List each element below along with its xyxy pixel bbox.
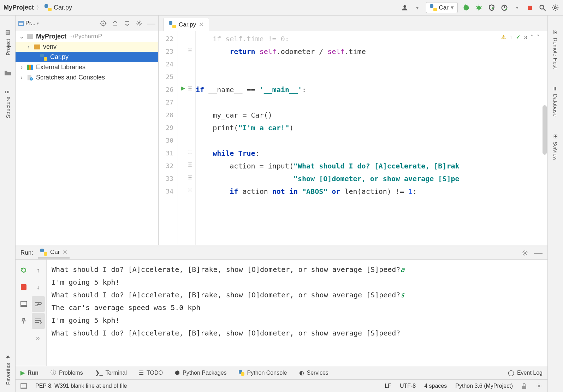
scroll-to-end-icon[interactable] [32, 313, 45, 329]
run-tab-car[interactable]: Car ✕ [38, 247, 70, 259]
run-tab-button[interactable]: ▶Run [20, 369, 38, 376]
concurrency-icon[interactable]: ▾ [513, 4, 521, 12]
rerun-icon[interactable] [17, 262, 30, 278]
structure-tool-button[interactable]: Structure ⠿ [5, 90, 11, 118]
editor-tab-car[interactable]: Car.py ✕ [164, 18, 209, 31]
status-message[interactable]: PEP 8: W391 blank line at end of file [35, 383, 376, 389]
fold-icon[interactable]: — [188, 150, 192, 154]
quickdoc-icon[interactable] [20, 383, 27, 389]
hide-icon[interactable]: — [147, 19, 155, 28]
more-icon[interactable]: » [32, 330, 45, 346]
play-icon: ▶ [20, 369, 25, 376]
svg-line-3 [476, 6, 478, 7]
scrollbar-thumb[interactable] [543, 105, 547, 155]
interpreter[interactable]: Python 3.6 (MyProject) [455, 383, 513, 389]
fold-icon[interactable]: — [188, 48, 192, 52]
project-tool-button[interactable]: Project ▤ [5, 30, 11, 55]
chevron-down-icon[interactable]: ⌄ [19, 32, 24, 40]
svg-point-30 [538, 385, 540, 387]
run-icon[interactable] [462, 4, 470, 12]
user-icon[interactable] [401, 4, 409, 12]
stop-icon[interactable] [17, 279, 30, 295]
navigation-bar: MyProject 〉 Car.py ▾ Car ▾ [0, 0, 563, 16]
run-gutter-icon[interactable]: ▶ [181, 85, 185, 91]
svg-point-23 [524, 252, 526, 254]
lock-icon[interactable] [521, 383, 527, 389]
inspection-widget[interactable]: ⚠1 ✔3 ˄ ˅ [500, 33, 541, 41]
fold-icon[interactable]: — [188, 86, 192, 90]
svg-line-5 [476, 8, 478, 9]
up-icon[interactable]: ↑ [32, 262, 45, 278]
locate-icon[interactable] [99, 19, 107, 28]
tree-venv[interactable]: › venv [16, 42, 158, 52]
chevron-right-icon[interactable]: › [19, 74, 24, 81]
breadcrumb[interactable]: MyProject 〉 Car.py [4, 4, 401, 12]
editor[interactable]: 22232425262728293031323334 ▶ — — — — — —… [159, 31, 547, 245]
favorites-tool-button[interactable]: Favorites ★ [5, 354, 11, 385]
gear-icon[interactable] [521, 249, 529, 257]
close-icon[interactable]: ✕ [199, 21, 204, 28]
layout-icon[interactable] [17, 296, 30, 312]
profile-icon[interactable] [500, 4, 509, 12]
breadcrumb-file[interactable]: Car.py [54, 4, 72, 11]
fold-gutter[interactable]: ▶ — — — — — — [178, 31, 196, 245]
collapse-all-icon[interactable] [123, 19, 131, 28]
debug-icon[interactable] [475, 4, 483, 12]
problems-tab-button[interactable]: ⓘProblems [51, 369, 83, 376]
svg-rect-27 [21, 384, 26, 388]
status-bar: PEP 8: W391 blank line at end of file LF… [16, 379, 547, 392]
coverage-icon[interactable] [487, 4, 496, 12]
chevron-right-icon[interactable]: › [26, 43, 31, 51]
line-separator[interactable]: LF [385, 383, 391, 389]
todo-tab-button[interactable]: ☰TODO [139, 369, 163, 376]
run-tool-window: Run: Car ✕ — ↑ ↓ [16, 245, 547, 366]
tree-scratches[interactable]: › Scratches and Consoles [16, 72, 158, 83]
breadcrumb-project[interactable]: MyProject [4, 4, 34, 11]
close-icon[interactable]: ✕ [63, 249, 67, 256]
indent[interactable]: 4 spaces [424, 383, 447, 389]
hide-icon[interactable]: — [534, 249, 543, 257]
fold-icon[interactable]: — [188, 162, 192, 167]
tree-external-libraries[interactable]: › External Libraries [16, 62, 158, 72]
down-icon[interactable]: ↓ [32, 279, 45, 295]
svg-rect-29 [522, 386, 526, 389]
chevron-right-icon: 〉 [36, 4, 42, 12]
gear-icon[interactable] [135, 19, 143, 28]
expand-all-icon[interactable] [111, 19, 119, 28]
chevron-right-icon[interactable]: › [19, 64, 24, 71]
search-icon[interactable] [538, 4, 547, 12]
folder-stripe-icon[interactable] [4, 70, 12, 76]
scratch-icon [27, 75, 33, 81]
console-tab-button[interactable]: Python Console [239, 370, 287, 376]
gear-icon[interactable] [551, 4, 559, 12]
python-file-icon [45, 4, 52, 11]
chevron-up-icon[interactable]: ˄ [531, 34, 533, 40]
code-content[interactable]: if self.time != 0: return self.odometer … [196, 31, 547, 245]
ide-gear-icon[interactable] [535, 382, 543, 390]
database-tool-button[interactable]: ≣Database [552, 87, 559, 117]
encoding[interactable]: UTF-8 [400, 383, 416, 389]
tree-root[interactable]: ⌄ MyProject ~/PycharmP [16, 31, 158, 42]
packages-tab-button[interactable]: ⬢Python Packages [175, 369, 227, 376]
terminal-tab-button[interactable]: ❯_Terminal [95, 369, 127, 376]
project-icon: ▤ [5, 30, 11, 36]
pin-icon[interactable] [17, 313, 30, 329]
run-configuration-selector[interactable]: Car ▾ [426, 2, 458, 13]
fold-icon[interactable]: — [188, 175, 192, 179]
chevron-down-icon[interactable]: ˅ [537, 34, 540, 40]
fold-icon[interactable]: — [188, 188, 192, 192]
sciview-tool-button[interactable]: ⊞SciView [552, 134, 559, 160]
editor-area: Car.py ✕ 22232425262728293031323334 ▶ — … [159, 16, 547, 245]
remote-host-tool-button[interactable]: ⎘Remote Host [552, 30, 558, 69]
chevron-down-icon[interactable]: ▾ [413, 4, 422, 12]
services-tab-button[interactable]: ◐Services [299, 369, 328, 376]
stop-icon[interactable] [526, 4, 534, 12]
project-view-selector[interactable]: Pr...▾ [18, 20, 95, 26]
project-tree[interactable]: ⌄ MyProject ~/PycharmP › venv Car [16, 31, 158, 245]
soft-wrap-icon[interactable] [32, 296, 45, 312]
tree-file-car[interactable]: Car.py [16, 52, 158, 62]
eventlog-tab-button[interactable]: ◯Event Log [508, 369, 543, 376]
run-output[interactable]: What should I do? [A]ccelerate, [B]rake,… [47, 260, 547, 366]
line-number-gutter[interactable]: 22232425262728293031323334 [159, 31, 178, 245]
svg-rect-24 [21, 284, 26, 290]
